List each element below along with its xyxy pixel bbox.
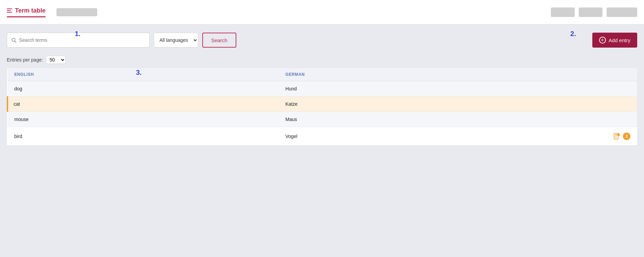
table-header-row: ENGLISH GERMAN — [7, 68, 637, 81]
header-title-area: Term table — [7, 7, 97, 17]
table-body: dogHundcatKatzemouseMausbirdVogel 1 — [7, 81, 637, 146]
header-btn-1[interactable] — [551, 7, 575, 17]
table-row[interactable]: dogHund — [7, 81, 637, 97]
svg-point-6 — [617, 133, 620, 136]
cell-english: mouse — [7, 112, 278, 127]
cell-german: Maus — [278, 112, 637, 127]
cell-german: Katze — [278, 97, 637, 112]
app-title-label: Term table — [15, 7, 46, 14]
cell-german: Vogel 1 — [278, 127, 637, 145]
menu-lines-icon — [7, 8, 12, 13]
header-tab-placeholder[interactable] — [56, 8, 97, 16]
badge-count: 1 — [623, 133, 630, 140]
cell-english: bird — [7, 127, 278, 146]
header-btn-3[interactable] — [607, 7, 637, 17]
col-header-english: ENGLISH — [7, 68, 278, 81]
table-row[interactable]: birdVogel 1 — [7, 127, 637, 146]
table-row[interactable]: mouseMaus — [7, 112, 637, 127]
search-area: 1. All languages English German Search 2… — [7, 33, 637, 48]
table-wrapper: 3. ENGLISH GERMAN dogHundcatKatzemouseMa… — [7, 68, 637, 145]
table-header: ENGLISH GERMAN — [7, 68, 637, 81]
svg-line-1 — [15, 41, 16, 42]
annotation-1: 1. — [75, 30, 81, 38]
entries-per-page-row: Entries per page: 10 25 50 100 — [7, 56, 637, 64]
term-table: ENGLISH GERMAN dogHundcatKatzemouseMausb… — [7, 68, 637, 145]
table-row[interactable]: catKatze — [7, 97, 637, 112]
title-underline — [7, 16, 46, 17]
app-title-text: Term table — [7, 7, 46, 16]
add-entry-button[interactable]: + Add entry — [592, 33, 637, 48]
header-right-actions — [551, 7, 637, 17]
language-select[interactable]: All languages English German — [154, 33, 198, 48]
col-header-german: GERMAN — [278, 68, 637, 81]
annotation-3: 3. — [136, 69, 142, 76]
entries-per-page-label: Entries per page: — [7, 57, 43, 63]
badge-area: 1 — [612, 132, 630, 141]
add-entry-label: Add entry — [609, 37, 630, 43]
cell-german: Hund — [278, 81, 637, 97]
main-content: 1. All languages English German Search 2… — [0, 24, 644, 152]
header: Term table — [0, 0, 644, 24]
entries-per-page-select[interactable]: 10 25 50 100 — [46, 56, 66, 64]
cell-english: cat — [7, 97, 278, 112]
document-badge-icon — [612, 132, 621, 141]
search-button[interactable]: Search — [202, 33, 236, 48]
search-input[interactable] — [19, 37, 145, 43]
search-icon — [11, 37, 16, 43]
plus-circle-icon: + — [599, 37, 606, 44]
app-title-block: Term table — [7, 7, 46, 17]
cell-english: dog — [7, 81, 278, 97]
annotation-2: 2. — [570, 30, 576, 38]
header-btn-2[interactable] — [579, 7, 603, 17]
